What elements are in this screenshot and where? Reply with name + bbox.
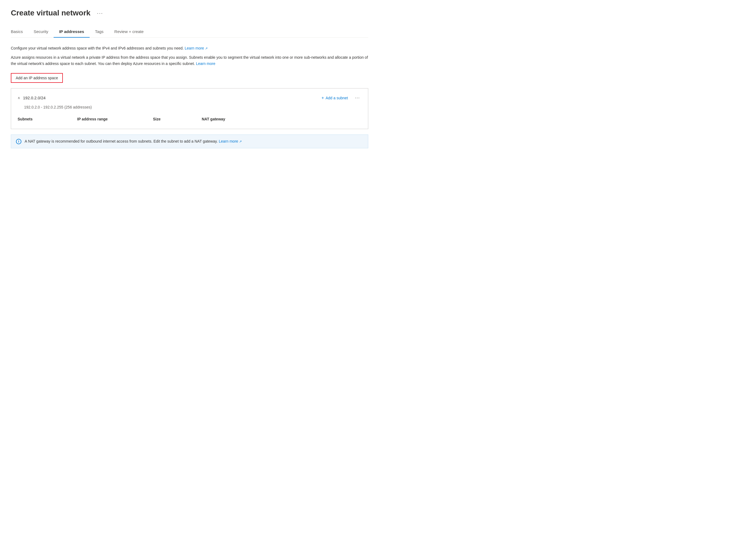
- tab-bar: Basics Security IP addresses Tags Review…: [11, 26, 368, 38]
- add-subnet-button[interactable]: + Add a subnet: [319, 94, 350, 101]
- ip-space-container: ∧ 192.0.2.0/24 + Add a subnet ··· 192.0.…: [11, 88, 368, 129]
- col-header-subnets: Subnets: [17, 117, 77, 121]
- more-options-button[interactable]: ···: [353, 94, 361, 102]
- add-ip-address-space-button[interactable]: Add an IP address space: [11, 73, 63, 83]
- tab-tags[interactable]: Tags: [90, 26, 109, 38]
- chevron-up-icon[interactable]: ∧: [17, 96, 20, 100]
- info-icon: i: [16, 139, 22, 144]
- ip-range-text: 192.0.2.0 - 192.0.2.255 (256 addresses): [24, 105, 361, 109]
- learn-more-link-2[interactable]: Learn more: [196, 61, 215, 66]
- ip-space-left: ∧ 192.0.2.0/24: [17, 95, 45, 100]
- ip-cidr-label: 192.0.2.0/24: [23, 95, 45, 100]
- subnet-table-header: Subnets IP address range Size NAT gatewa…: [17, 115, 361, 123]
- learn-more-link-1[interactable]: Learn more: [185, 46, 208, 50]
- description-line-1: Configure your virtual network address s…: [11, 45, 368, 51]
- page-header: Create virtual network ···: [11, 9, 368, 17]
- ip-space-header: ∧ 192.0.2.0/24 + Add a subnet ···: [17, 94, 361, 102]
- col-header-nat-gateway: NAT gateway: [202, 117, 361, 121]
- tab-ip-addresses[interactable]: IP addresses: [53, 26, 89, 38]
- col-header-size: Size: [153, 117, 202, 121]
- tab-basics[interactable]: Basics: [11, 26, 28, 38]
- plus-icon: +: [321, 95, 324, 100]
- nat-info-text: A NAT gateway is recommended for outboun…: [25, 138, 242, 144]
- description-section: Configure your virtual network address s…: [11, 45, 368, 67]
- ellipsis-button[interactable]: ···: [95, 9, 105, 17]
- tab-review-create[interactable]: Review + create: [109, 26, 149, 38]
- tab-security[interactable]: Security: [28, 26, 53, 38]
- description-line-2: Azure assigns resources in a virtual net…: [11, 54, 368, 67]
- ip-space-actions: + Add a subnet ···: [319, 94, 361, 102]
- col-header-ip-range: IP address range: [77, 117, 153, 121]
- nat-learn-more-link[interactable]: Learn more: [219, 139, 242, 143]
- page-title: Create virtual network: [11, 9, 90, 17]
- nat-info-box: i A NAT gateway is recommended for outbo…: [11, 134, 368, 148]
